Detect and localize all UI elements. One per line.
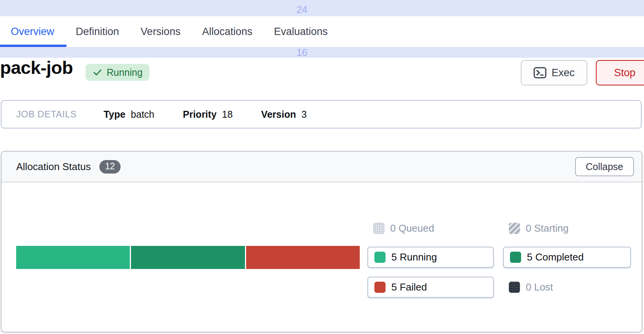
legend-swatch-starting bbox=[509, 223, 520, 234]
tab-definition[interactable]: Definition bbox=[65, 16, 130, 47]
allocation-legend: 0 Queued0 Starting5 Running5 Completed5 … bbox=[367, 222, 631, 298]
allocation-count-badge: 12 bbox=[99, 160, 121, 174]
legend-label: 5 Running bbox=[391, 251, 437, 263]
tab-allocations[interactable]: Allocations bbox=[191, 16, 263, 47]
bar-segment-completed[interactable] bbox=[131, 246, 245, 269]
field-value: 18 bbox=[222, 109, 233, 120]
legend-swatch-running bbox=[374, 252, 386, 263]
job-details-box: JOB DETAILS TypebatchPriority18Version3 bbox=[1, 100, 642, 129]
legend-swatch-lost bbox=[509, 282, 520, 293]
allocation-status-body: 0 Queued0 Starting5 Running5 Completed5 … bbox=[2, 182, 642, 332]
legend-swatch-completed bbox=[510, 252, 521, 263]
job-detail-priority: Priority18 bbox=[183, 109, 233, 120]
legend-label: 5 Completed bbox=[527, 251, 584, 263]
field-label: Type bbox=[104, 109, 126, 120]
legend-swatch-failed bbox=[374, 282, 386, 293]
legend-row: 5 Failed0 Lost bbox=[367, 277, 631, 298]
legend-label: 0 Starting bbox=[526, 222, 569, 234]
legend-swatch-queued bbox=[373, 223, 384, 234]
exec-button[interactable]: Exec bbox=[521, 60, 587, 85]
field-label: Version bbox=[261, 109, 296, 120]
spacing-value: 24 bbox=[297, 4, 307, 15]
bar-segment-running[interactable] bbox=[16, 246, 130, 269]
stop-button-label: Stop bbox=[614, 67, 636, 79]
legend-item-failed[interactable]: 5 Failed bbox=[367, 277, 494, 298]
allocation-status-title: Allocation Status bbox=[16, 161, 91, 173]
tab-evaluations[interactable]: Evaluations bbox=[263, 16, 339, 47]
legend-label: 0 Queued bbox=[390, 222, 434, 234]
status-badge: Running bbox=[86, 64, 149, 81]
page-title: pack-job bbox=[0, 57, 73, 78]
legend-item-starting: 0 Starting bbox=[503, 222, 631, 234]
legend-item-queued: 0 Queued bbox=[367, 222, 494, 234]
layout-spacing-strip-top: 24 bbox=[0, 0, 644, 16]
job-detail-type: Typebatch bbox=[104, 109, 154, 120]
collapse-button[interactable]: Collapse bbox=[575, 157, 634, 176]
legend-label: 5 Failed bbox=[391, 281, 427, 293]
stop-button[interactable]: Stop bbox=[596, 60, 644, 85]
job-tabbar: OverviewDefinitionVersionsAllocationsEva… bbox=[0, 16, 644, 47]
tab-versions[interactable]: Versions bbox=[130, 16, 191, 47]
allocation-stacked-bar bbox=[16, 246, 360, 269]
legend-row: 5 Running5 Completed bbox=[367, 247, 631, 268]
legend-item-completed[interactable]: 5 Completed bbox=[503, 247, 631, 268]
bar-segment-failed[interactable] bbox=[246, 246, 360, 269]
field-value: 3 bbox=[301, 109, 307, 120]
legend-row: 0 Queued0 Starting bbox=[367, 222, 631, 234]
legend-item-lost: 0 Lost bbox=[503, 277, 631, 298]
check-icon bbox=[92, 67, 102, 77]
tab-overview[interactable]: Overview bbox=[0, 16, 65, 47]
layout-spacing-strip-mid: 16 bbox=[0, 47, 644, 58]
status-badge-label: Running bbox=[107, 67, 143, 78]
spacing-value: 16 bbox=[297, 47, 307, 58]
allocation-status-panel: Allocation Status 12 Collapse 0 Queued0 … bbox=[1, 151, 642, 332]
allocation-status-header: Allocation Status 12 Collapse bbox=[2, 152, 642, 182]
terminal-icon bbox=[533, 67, 547, 78]
field-label: Priority bbox=[183, 109, 217, 120]
legend-item-running[interactable]: 5 Running bbox=[367, 247, 494, 268]
job-detail-version: Version3 bbox=[261, 109, 307, 120]
legend-label: 0 Lost bbox=[526, 281, 553, 293]
field-value: batch bbox=[131, 109, 154, 120]
job-details-heading: JOB DETAILS bbox=[16, 109, 77, 120]
exec-button-label: Exec bbox=[552, 67, 575, 79]
collapse-button-label: Collapse bbox=[586, 161, 623, 172]
